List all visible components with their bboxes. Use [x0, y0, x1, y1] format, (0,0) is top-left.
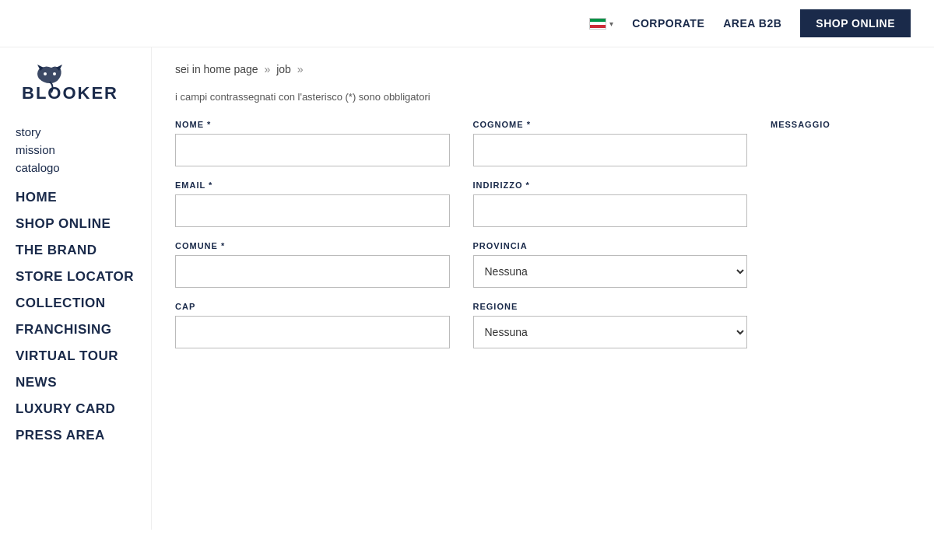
- form-group-provincia: PROVINCIA Nessuna: [473, 241, 748, 288]
- main-layout: BLOOKER story mission catalogo HOME SHOP…: [0, 47, 934, 530]
- svg-point-1: [53, 72, 56, 75]
- breadcrumb: sei in home page » job »: [175, 63, 911, 75]
- breadcrumb-home[interactable]: home page: [204, 63, 258, 75]
- sidebar: BLOOKER story mission catalogo HOME SHOP…: [0, 47, 152, 530]
- nav-item-franchising[interactable]: FRANCHISING: [16, 322, 135, 338]
- breadcrumb-sep1: »: [265, 63, 271, 75]
- nav-item-the-brand[interactable]: THE BRAND: [16, 243, 135, 258]
- story-link[interactable]: story: [16, 125, 135, 138]
- logo-area: BLOOKER: [16, 63, 135, 102]
- nav-item-collection[interactable]: COLLECTION: [16, 296, 135, 311]
- breadcrumb-sep2: »: [297, 63, 304, 75]
- nav-item-home[interactable]: HOME: [16, 190, 135, 205]
- sub-nav: story mission catalogo: [16, 125, 135, 174]
- form-group-comune: COMUNE *: [175, 241, 450, 288]
- regione-label: REGIONE: [473, 302, 748, 311]
- form-group-cognome: COGNOME *: [473, 120, 748, 166]
- form-group-nome: NOME *: [175, 120, 450, 166]
- cognome-input[interactable]: [473, 134, 748, 166]
- mission-link[interactable]: mission: [16, 143, 135, 156]
- provincia-select[interactable]: Nessuna: [473, 255, 748, 288]
- nome-label: NOME *: [175, 120, 450, 129]
- form-group-regione: REGIONE Nessuna: [473, 302, 748, 348]
- nav-menu: HOME SHOP ONLINE THE BRAND STORE LOCATOR…: [16, 190, 135, 443]
- nav-item-virtual-tour[interactable]: VIRTUAL TOUR: [16, 348, 135, 364]
- form-group-cap: CAP: [175, 302, 450, 348]
- nav-item-shop-online[interactable]: SHOP ONLINE: [16, 216, 135, 232]
- svg-point-0: [44, 72, 47, 75]
- comune-input[interactable]: [175, 255, 450, 288]
- shop-online-button[interactable]: SHOP ONLINE: [800, 9, 911, 37]
- top-bar: ▾ CORPORATE AREA B2B SHOP ONLINE: [0, 0, 934, 47]
- breadcrumb-prefix: sei in: [175, 63, 201, 75]
- cap-input[interactable]: [175, 316, 450, 348]
- cap-label: CAP: [175, 302, 450, 311]
- chevron-down-icon: ▾: [609, 19, 613, 28]
- language-selector[interactable]: ▾: [589, 18, 613, 30]
- area-b2b-link[interactable]: AREA B2B: [723, 17, 781, 30]
- breadcrumb-job[interactable]: job: [276, 63, 291, 75]
- form-group-email: EMAIL *: [175, 180, 450, 227]
- form-group-messaggio: MESSAGGIO: [771, 120, 911, 166]
- email-label: EMAIL *: [175, 180, 450, 190]
- provincia-label: PROVINCIA: [473, 241, 748, 250]
- indirizzo-input[interactable]: [473, 194, 748, 227]
- required-note: i campi contrassegnati con l'asterisco (…: [175, 91, 911, 103]
- content-area: sei in home page » job » i campi contras…: [152, 47, 934, 530]
- svg-text:BLOOKER: BLOOKER: [22, 83, 118, 102]
- email-input[interactable]: [175, 194, 450, 227]
- messaggio-label: MESSAGGIO: [771, 120, 911, 129]
- nav-item-press-area[interactable]: PRESS AREA: [16, 428, 135, 443]
- cognome-label: COGNOME *: [473, 120, 748, 129]
- nav-item-store-locator[interactable]: STORE LOCATOR: [16, 269, 135, 285]
- form-group-indirizzo: INDIRIZZO *: [473, 180, 748, 227]
- italian-flag: [589, 18, 606, 30]
- catalogo-link[interactable]: catalogo: [16, 161, 135, 174]
- nav-item-news[interactable]: NEWS: [16, 375, 135, 390]
- nome-input[interactable]: [175, 134, 450, 166]
- comune-label: COMUNE *: [175, 241, 450, 250]
- corporate-link[interactable]: CORPORATE: [632, 17, 704, 30]
- logo-svg: BLOOKER: [16, 63, 140, 102]
- nav-item-luxury-card[interactable]: LUXURY CARD: [16, 401, 135, 417]
- indirizzo-label: INDIRIZZO *: [473, 180, 748, 190]
- regione-select[interactable]: Nessuna: [473, 316, 748, 348]
